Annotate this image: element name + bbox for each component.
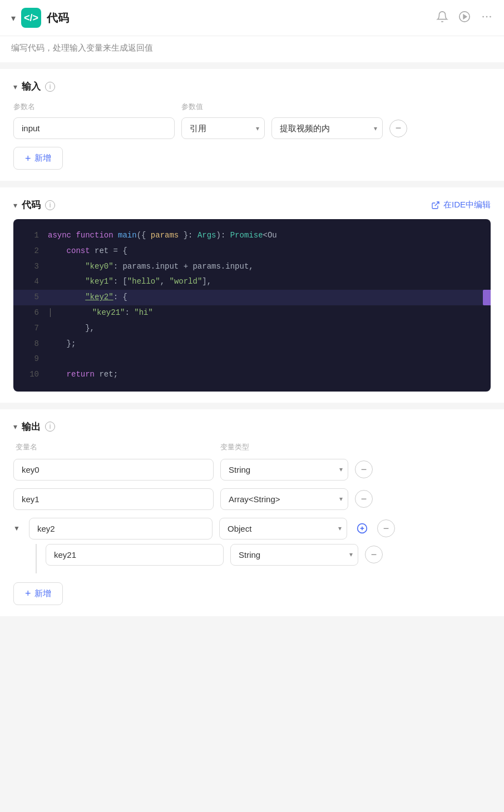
header-actions bbox=[436, 11, 493, 26]
line-content-8: }; bbox=[48, 338, 76, 351]
line-content-9 bbox=[48, 353, 52, 366]
add-input-button[interactable]: + 新增 bbox=[13, 147, 63, 170]
page-subtitle: 编写代码，处理输入变量来生成返回值 bbox=[0, 36, 504, 62]
output-section-header: ▾ 输出 i bbox=[13, 420, 491, 433]
output-row-key0: String Number Boolean Array<String> Obje… bbox=[13, 459, 491, 481]
add-output-label: 新增 bbox=[34, 588, 51, 599]
output-name-input-key1[interactable] bbox=[13, 488, 214, 510]
line-num-5: 5 bbox=[22, 291, 39, 304]
line-num-8: 8 bbox=[22, 338, 39, 351]
input-collapse-icon[interactable]: ▾ bbox=[13, 82, 17, 91]
line-content-2: const ret = { bbox=[48, 245, 127, 258]
output-type-select-key21[interactable]: String Number Boolean Array<String> Obje… bbox=[230, 544, 358, 566]
input-section-title: 输入 bbox=[22, 80, 41, 93]
line-num-3: 3 bbox=[22, 260, 39, 274]
code-section-title: 代码 bbox=[22, 199, 41, 211]
code-title-group: ▾ 代码 i bbox=[13, 199, 55, 211]
line-content-6: │ "key21": "hi" bbox=[48, 306, 153, 320]
remove-output-key0-button[interactable]: − bbox=[355, 461, 373, 478]
var-name-label: 变量名 bbox=[13, 442, 214, 452]
output-info-icon[interactable]: i bbox=[45, 422, 55, 432]
line-num-1: 1 bbox=[22, 229, 39, 242]
remove-input-button[interactable]: − bbox=[389, 120, 407, 137]
line-num-2: 2 bbox=[22, 245, 39, 258]
code-line-4: 4 "key1": ["hello", "world"], bbox=[13, 274, 491, 290]
output-row-key2-parent: ▼ String Number Boolean Array<String> Ob… bbox=[13, 518, 491, 539]
ref-value-select[interactable]: 提取视频的内 bbox=[271, 117, 383, 139]
input-row-0: 引用 直接输入 ▾ 提取视频的内 ▾ − bbox=[13, 117, 491, 139]
code-block[interactable]: 1 async function main({ params }: Args):… bbox=[13, 219, 491, 392]
line-content-7: }, bbox=[48, 322, 95, 335]
code-line-5: 5 "key2": { bbox=[13, 290, 491, 305]
input-section: ▾ 输入 i 参数名 参数值 引用 直接输入 ▾ 提取视频的内 ▾ − + 新增 bbox=[0, 69, 504, 181]
svg-line-6 bbox=[435, 202, 439, 206]
code-line-7: 7 }, bbox=[13, 321, 491, 336]
collapse-icon[interactable]: ▾ bbox=[11, 13, 16, 23]
add-output-button[interactable]: + 新增 bbox=[13, 582, 63, 605]
ref-value-wrapper: 提取视频的内 ▾ bbox=[271, 117, 383, 139]
code-line-3: 3 "key0": params.input + params.input, bbox=[13, 259, 491, 275]
line-content-5: "key2": { bbox=[48, 291, 127, 304]
output-section-title: 输出 bbox=[22, 420, 41, 433]
add-plus-icon: + bbox=[25, 154, 31, 164]
code-line-6: 6 │ "key21": "hi" bbox=[13, 305, 491, 321]
output-section: ▾ 输出 i 变量名 变量类型 String Number Boolean Ar… bbox=[0, 409, 504, 616]
svg-marker-2 bbox=[463, 14, 467, 18]
var-type-label: 变量类型 bbox=[220, 442, 348, 452]
output-type-wrapper-key1: String Number Boolean Array<String> Obje… bbox=[220, 488, 348, 510]
more-icon[interactable] bbox=[481, 11, 493, 26]
output-name-input-key0[interactable] bbox=[13, 459, 214, 481]
line-num-10: 10 bbox=[22, 368, 39, 382]
line-num-4: 4 bbox=[22, 275, 39, 289]
remove-output-key2-button[interactable]: − bbox=[377, 519, 395, 537]
output-name-input-key2[interactable] bbox=[29, 518, 213, 539]
code-section: ▾ 代码 i 在IDE中编辑 1 async function main({ p… bbox=[0, 187, 504, 403]
add-child-button[interactable] bbox=[354, 520, 370, 537]
code-info-icon[interactable]: i bbox=[45, 200, 55, 210]
key2-children: String Number Boolean Array<String> Obje… bbox=[36, 544, 491, 573]
output-row-key2: ▼ String Number Boolean Array<String> Ob… bbox=[13, 518, 491, 578]
header-left: ▾ </> 代码 bbox=[11, 8, 436, 28]
line-marker bbox=[483, 290, 491, 305]
output-name-input-key21[interactable] bbox=[46, 544, 224, 566]
ide-link[interactable]: 在IDE中编辑 bbox=[431, 200, 491, 210]
input-section-header: ▾ 输入 i bbox=[13, 80, 491, 93]
input-col-labels: 参数名 参数值 bbox=[13, 102, 491, 112]
code-line-10: 10 return ret; bbox=[13, 367, 491, 383]
param-value-label: 参数值 bbox=[181, 102, 293, 112]
line-num-9: 9 bbox=[22, 353, 39, 366]
play-icon[interactable] bbox=[458, 11, 471, 26]
output-row-key1: String Number Boolean Array<String> Obje… bbox=[13, 488, 491, 510]
input-info-icon[interactable]: i bbox=[45, 82, 55, 92]
line-content-1: async function main({ params }: Args): P… bbox=[48, 229, 277, 242]
code-collapse-icon[interactable]: ▾ bbox=[13, 201, 17, 210]
svg-point-4 bbox=[486, 16, 488, 17]
line-num-6: 6 bbox=[22, 306, 39, 320]
remove-output-key1-button[interactable]: − bbox=[355, 490, 373, 508]
app-header: ▾ </> 代码 bbox=[0, 0, 504, 36]
code-line-2: 2 const ret = { bbox=[13, 244, 491, 259]
app-logo: </> bbox=[21, 8, 41, 28]
ide-link-label: 在IDE中编辑 bbox=[443, 200, 491, 210]
param-name-label: 参数名 bbox=[13, 102, 175, 112]
add-input-label: 新增 bbox=[34, 153, 51, 164]
key2-expand-arrow[interactable]: ▼ bbox=[13, 524, 22, 532]
add-output-plus-icon: + bbox=[25, 588, 31, 598]
ref-type-select[interactable]: 引用 直接输入 bbox=[181, 117, 265, 139]
output-type-select-key1[interactable]: String Number Boolean Array<String> Obje… bbox=[220, 488, 348, 510]
output-collapse-icon[interactable]: ▾ bbox=[13, 422, 17, 431]
code-section-header: ▾ 代码 i 在IDE中编辑 bbox=[13, 199, 491, 211]
line-num-7: 7 bbox=[22, 322, 39, 335]
notification-icon[interactable] bbox=[436, 11, 448, 26]
code-line-9: 9 bbox=[13, 351, 491, 367]
output-col-labels: 变量名 变量类型 bbox=[13, 442, 491, 452]
param-name-input[interactable] bbox=[13, 117, 175, 139]
remove-output-key21-button[interactable]: − bbox=[365, 546, 383, 563]
code-line-1: 1 async function main({ params }: Args):… bbox=[13, 228, 491, 244]
svg-point-5 bbox=[490, 16, 491, 17]
output-row-key21: String Number Boolean Array<String> Obje… bbox=[46, 544, 491, 566]
output-type-wrapper-key21: String Number Boolean Array<String> Obje… bbox=[230, 544, 358, 566]
output-type-select-key0[interactable]: String Number Boolean Array<String> Obje… bbox=[220, 459, 348, 481]
output-type-select-key2[interactable]: String Number Boolean Array<String> Obje… bbox=[219, 518, 347, 539]
line-content-3: "key0": params.input + params.input, bbox=[48, 260, 254, 274]
